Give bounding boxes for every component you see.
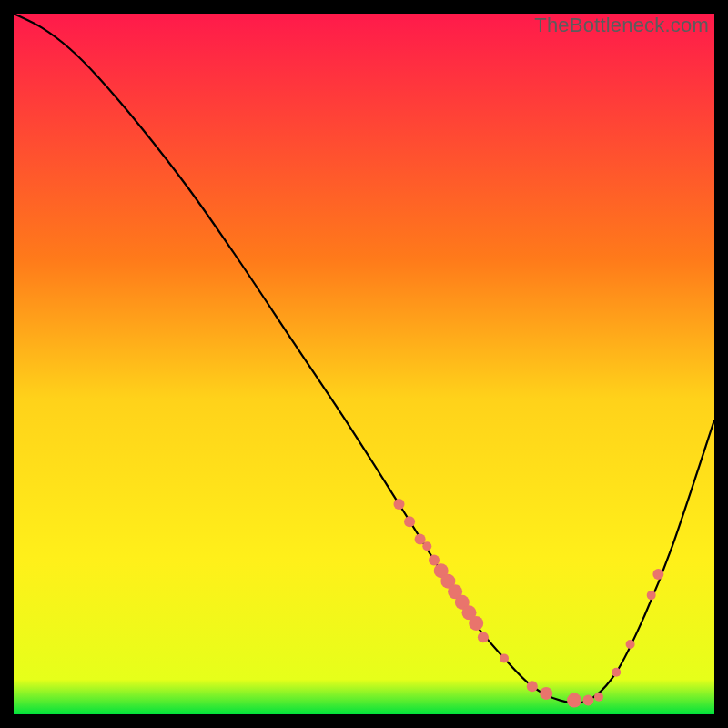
curve-marker [582, 695, 593, 706]
curve-marker [404, 516, 415, 527]
gradient-background [14, 14, 714, 714]
watermark-text: TheBottleneck.com [534, 14, 709, 37]
curve-marker [422, 541, 431, 551]
curve-marker [594, 693, 603, 702]
curve-marker [500, 653, 509, 662]
bottleneck-chart [14, 14, 714, 714]
curve-marker [527, 681, 538, 692]
chart-frame: TheBottleneck.com [14, 14, 714, 714]
curve-marker [647, 591, 656, 600]
curve-marker [626, 640, 635, 649]
curve-marker [429, 555, 440, 566]
curve-marker [540, 687, 552, 700]
curve-marker [469, 616, 483, 631]
curve-marker [394, 499, 405, 510]
curve-marker [612, 668, 621, 677]
curve-marker [567, 693, 581, 708]
curve-marker [478, 632, 489, 642]
curve-marker [652, 569, 663, 580]
